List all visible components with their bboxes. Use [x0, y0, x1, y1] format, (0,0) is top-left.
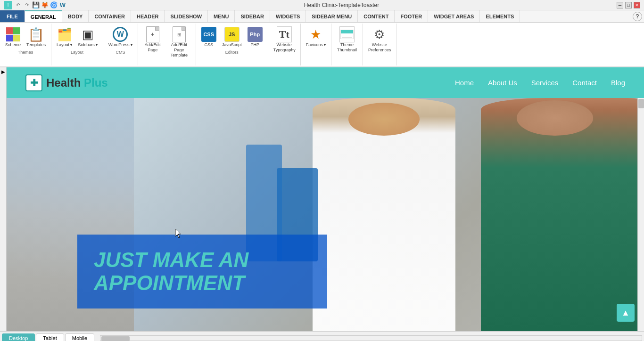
ribbon-group-editors: CSS CSS JS JavaScript Php PHP Editors — [196, 24, 268, 65]
ribbon-group-favicons: ★ Favicons — [301, 24, 331, 65]
javascript-icon: JS — [224, 27, 239, 42]
nav-link-services[interactable]: Services — [531, 79, 559, 87]
typography-group-label — [283, 55, 285, 61]
tab-sidebar[interactable]: SIDEBAR — [235, 10, 270, 22]
quick-access-toolbar: ↶ ↷ 💾 🦊 🌀 W — [14, 1, 66, 9]
theme-thumbnail-items: Theme Thumbnail — [333, 24, 361, 55]
php-icon: Php — [248, 27, 263, 42]
tab-sidebar-menu[interactable]: SIDEBAR MENU — [306, 10, 358, 22]
css-label: CSS — [204, 42, 213, 48]
pages-group-label — [166, 60, 167, 65]
templates-button[interactable]: 📋 Templates — [24, 25, 48, 49]
tab-file[interactable]: FILE — [0, 10, 25, 22]
close-button[interactable]: ✕ — [634, 2, 640, 8]
site-navigation: ✚ Health Plus Home About Us Services Con… — [7, 67, 644, 98]
hero-section: JUST MAKE AN APPOINTMENT ▲ — [7, 98, 644, 331]
save-button[interactable]: 💾 — [32, 1, 40, 9]
browser-icon2: 🌀 — [50, 1, 58, 9]
javascript-button[interactable]: JS JavaScript — [220, 25, 244, 49]
tab-body[interactable]: BODY — [62, 10, 89, 22]
logo-icon: ✚ — [25, 74, 42, 91]
hero-title: JUST MAKE AN APPOINTMENT — [94, 249, 311, 294]
website-preview: ✚ Health Plus Home About Us Services Con… — [7, 67, 644, 331]
website-preferences-group-label — [379, 55, 380, 61]
layout-items: 🗂️ Layout ▣ Sidebars — [53, 24, 101, 50]
layout-label: Layout — [57, 42, 72, 48]
website-preferences-items: ⚙ Website Preferences — [365, 24, 394, 55]
themes-items: Scheme 📋 Templates — [2, 24, 49, 50]
redo-button[interactable]: ↷ — [23, 1, 31, 9]
javascript-label: JavaScript — [222, 42, 242, 48]
wordpress-button[interactable]: W WordPress — [106, 25, 135, 49]
add-edit-page-button[interactable]: + Add/Edit Page — [141, 25, 165, 54]
pages-items: + Add/Edit Page ⊞ Add/Edit Page Template — [140, 24, 194, 60]
scheme-label: Scheme — [5, 42, 21, 48]
tab-widget-areas[interactable]: WIDGET AREAS — [428, 10, 480, 22]
sidebars-button[interactable]: ▣ Sidebars — [75, 25, 100, 49]
layout-button[interactable]: 🗂️ Layout — [54, 25, 74, 49]
horizontal-scrollbar[interactable] — [100, 335, 642, 341]
theme-thumbnail-button[interactable]: Theme Thumbnail — [334, 25, 360, 54]
templates-label: Templates — [26, 42, 46, 48]
main-area: ▶ ✚ Health Plus Home About Us Services — [0, 67, 644, 331]
minimize-button[interactable]: ─ — [617, 2, 623, 8]
wordpress-icon: W — [113, 27, 128, 42]
hero-overlay: JUST MAKE AN APPOINTMENT — [77, 235, 327, 309]
scheme-button[interactable]: Scheme — [3, 25, 23, 49]
tab-footer[interactable]: FOOTER — [395, 10, 428, 22]
undo-button[interactable]: ↶ — [14, 1, 22, 9]
tab-header[interactable]: HEADER — [131, 10, 165, 22]
tab-content[interactable]: CONTENT — [358, 10, 395, 22]
tab-mobile[interactable]: Mobile — [65, 333, 94, 341]
website-typography-label: Website Typography — [273, 42, 295, 53]
vertical-scrollbar[interactable] — [637, 98, 644, 331]
favicons-button[interactable]: ★ Favicons — [304, 25, 328, 49]
templates-icon: 📋 — [29, 27, 44, 42]
css-icon: CSS — [201, 27, 216, 42]
maximize-button[interactable]: □ — [625, 2, 632, 8]
add-edit-template-icon: ⊞ — [172, 27, 187, 42]
tab-widgets[interactable]: WIDGETS — [270, 10, 306, 22]
nav-link-blog[interactable]: Blog — [611, 79, 625, 87]
tab-desktop[interactable]: Desktop — [2, 333, 35, 341]
tab-container[interactable]: CONTAINER — [89, 10, 131, 22]
ribbon-group-website-preferences: ⚙ Website Preferences — [363, 24, 396, 65]
logo-text: Health Plus — [46, 76, 108, 89]
php-button[interactable]: Php PHP — [245, 25, 265, 49]
sidebars-label: Sidebars — [78, 42, 98, 48]
nav-link-contact[interactable]: Contact — [572, 79, 597, 87]
app-icon[interactable]: T — [4, 1, 12, 9]
help-button[interactable]: ? — [633, 12, 642, 21]
wp-icon: W — [59, 1, 66, 9]
ribbon-group-cms: W WordPress CMS — [103, 24, 138, 65]
website-preferences-label: Website Preferences — [368, 42, 391, 53]
browser-icon1: 🦊 — [41, 1, 49, 9]
scroll-up-button[interactable]: ▲ — [617, 304, 635, 322]
title-bar-left: T ↶ ↷ 💾 🦊 🌀 W — [4, 1, 66, 9]
scheme-icon — [6, 27, 21, 42]
ribbon-content: Scheme 📋 Templates Themes 🗂️ Layout ▣ Si… — [0, 23, 644, 67]
typography-items: Tt Website Typography — [270, 24, 298, 55]
logo-health: Health — [46, 76, 81, 89]
theme-thumbnail-group-label — [347, 55, 348, 61]
favicons-label: Favicons — [306, 42, 326, 48]
website-preferences-button[interactable]: ⚙ Website Preferences — [366, 25, 393, 54]
tab-slideshow[interactable]: SLIDESHOW — [165, 10, 208, 22]
add-edit-template-button[interactable]: ⊞ Add/Edit Page Template — [165, 25, 193, 59]
ribbon-group-pages: + Add/Edit Page ⊞ Add/Edit Page Template — [138, 24, 196, 65]
nav-links: Home About Us Services Contact Blog — [455, 79, 625, 87]
nav-link-about[interactable]: About Us — [488, 79, 517, 87]
tab-menu[interactable]: MENU — [208, 10, 235, 22]
tab-elements[interactable]: ELEMENTS — [480, 10, 520, 22]
website-typography-button[interactable]: Tt Website Typography — [271, 25, 297, 54]
left-panel-toggle[interactable]: ▶ — [0, 67, 7, 331]
tab-general[interactable]: GENERAL — [25, 10, 62, 22]
bottom-bar: Desktop Tablet Mobile — [0, 331, 644, 341]
nav-link-home[interactable]: Home — [455, 79, 474, 87]
editors-group-label: Editors — [225, 50, 239, 56]
favicons-items: ★ Favicons — [303, 24, 329, 50]
css-button[interactable]: CSS CSS — [199, 25, 219, 49]
add-edit-template-label: Add/Edit Page Template — [168, 42, 190, 57]
title-bar: T ↶ ↷ 💾 🦊 🌀 W Health Clinic-TemplateToas… — [0, 0, 644, 10]
tab-tablet[interactable]: Tablet — [36, 333, 64, 341]
